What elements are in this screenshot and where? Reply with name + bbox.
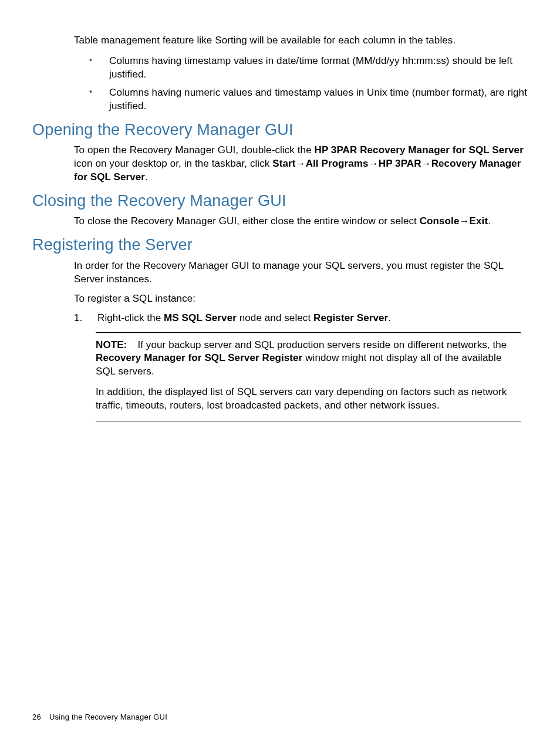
text-fragment: To close the Recovery Manager GUI, eithe…: [74, 215, 420, 227]
step-item: 1. Right-click the MS SQL Server node an…: [74, 312, 528, 325]
text-fragment: To open the Recovery Manager GUI, double…: [74, 144, 315, 156]
note-paragraph-2: In addition, the displayed list of SQL s…: [96, 386, 521, 413]
step-list: 1. Right-click the MS SQL Server node an…: [74, 312, 528, 325]
note-label: NOTE:: [96, 339, 127, 350]
closing-paragraph: To close the Recovery Manager GUI, eithe…: [74, 215, 528, 228]
bullet-item: Columns having numeric values and timest…: [95, 86, 528, 113]
bold-text: Start: [272, 158, 295, 169]
bold-text: Exit: [470, 215, 488, 227]
bold-text: All Programs: [306, 158, 369, 169]
heading-closing: Closing the Recovery Manager GUI: [32, 190, 528, 211]
bold-text: Console: [420, 215, 460, 227]
text-fragment: Right-click the: [97, 312, 164, 323]
arrow-icon: →: [459, 215, 469, 227]
step-number: 1.: [74, 312, 82, 325]
text-fragment: .: [388, 312, 391, 323]
bold-text: HP 3PAR Recovery Manager for SQL Server: [315, 144, 524, 156]
heading-registering: Registering the Server: [32, 234, 528, 255]
note-box: NOTE:If your backup server and SQL produ…: [96, 332, 521, 422]
arrow-icon: →: [421, 158, 431, 169]
text-fragment: icon on your desktop or, in the taskbar,…: [74, 158, 272, 169]
register-paragraph-1: In order for the Recovery Manager GUI to…: [74, 259, 528, 286]
bold-text: HP 3PAR: [379, 158, 421, 169]
bold-text: Recovery Manager for SQL Server Register: [96, 352, 302, 363]
page-footer: 26Using the Recovery Manager GUI: [32, 712, 167, 723]
opening-paragraph: To open the Recovery Manager GUI, double…: [74, 144, 528, 184]
bold-text: MS SQL Server: [164, 312, 237, 323]
page-number: 26: [32, 713, 41, 721]
text-fragment: node and select: [237, 312, 313, 323]
arrow-icon: →: [369, 158, 379, 169]
text-fragment: If your backup server and SQL production…: [137, 339, 507, 350]
register-paragraph-2: To register a SQL instance:: [74, 292, 528, 306]
intro-text: Table management feature like Sorting wi…: [74, 34, 528, 48]
arrow-icon: →: [296, 158, 306, 169]
bullet-list: Columns having timestamp values in date/…: [74, 55, 528, 113]
bullet-item: Columns having timestamp values in date/…: [95, 55, 528, 82]
text-fragment: .: [488, 215, 491, 227]
text-fragment: .: [145, 171, 148, 183]
note-paragraph-1: NOTE:If your backup server and SQL produ…: [96, 339, 521, 379]
footer-title: Using the Recovery Manager GUI: [49, 713, 167, 721]
heading-opening: Opening the Recovery Manager GUI: [32, 119, 528, 140]
bold-text: Register Server: [313, 312, 388, 323]
